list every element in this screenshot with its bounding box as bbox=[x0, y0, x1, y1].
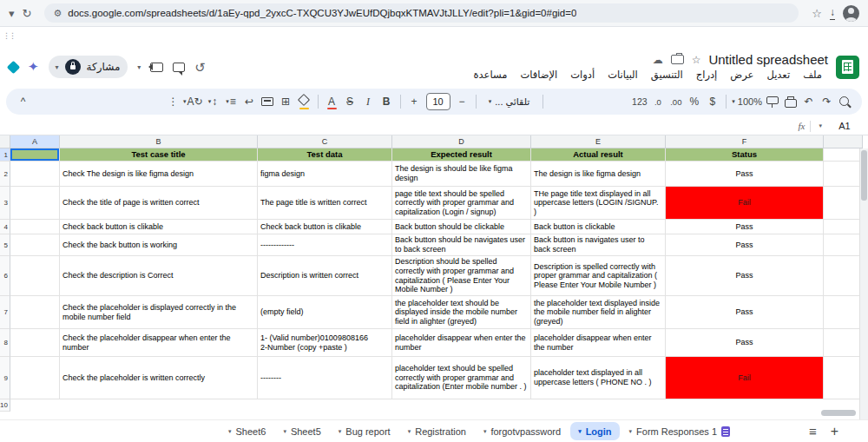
row-header-10[interactable]: 10 bbox=[0, 399, 10, 412]
menu-item-8[interactable]: مساعدة bbox=[468, 68, 514, 82]
cell-B4[interactable]: Check back button is clikable bbox=[60, 220, 258, 234]
more-options-icon[interactable]: ⋮ bbox=[165, 92, 181, 111]
row-header-4[interactable]: 4 bbox=[0, 220, 10, 234]
cell-G5[interactable] bbox=[824, 234, 863, 256]
cell-D3[interactable]: page title text should be spelled correc… bbox=[392, 187, 531, 220]
cell-F5[interactable]: Pass bbox=[666, 234, 824, 256]
decrease-font-size-icon[interactable]: − bbox=[454, 92, 470, 111]
reload-icon[interactable]: ↻ bbox=[23, 8, 32, 19]
strikethrough-icon[interactable]: S bbox=[342, 92, 358, 111]
menu-item-2[interactable]: عرض bbox=[724, 68, 760, 82]
cell-F4[interactable]: Pass bbox=[666, 220, 824, 234]
cell-E9[interactable]: placeholder text displayed in all upperc… bbox=[531, 357, 666, 399]
column-header-B[interactable]: B bbox=[60, 135, 258, 148]
cell-C7[interactable]: (empty field) bbox=[258, 296, 392, 329]
cell-D8[interactable]: placeholder disappear when enter the num… bbox=[392, 329, 531, 357]
cell-A6[interactable] bbox=[10, 256, 60, 296]
vertical-scrollbar-thumb[interactable] bbox=[861, 150, 867, 201]
cell-C8[interactable]: 1- (Valid number)01009808166 2-Number (c… bbox=[258, 329, 392, 357]
cell-B3[interactable]: Check the title of page is written corre… bbox=[60, 187, 258, 220]
bold-icon[interactable]: B bbox=[378, 92, 395, 111]
cell-D9[interactable]: placeholder text should be spelled corre… bbox=[392, 357, 531, 399]
cell-C9[interactable]: -------- bbox=[258, 357, 392, 399]
tab-sheet6[interactable]: ▾Sheet6 bbox=[220, 422, 273, 440]
font-family-select[interactable]: ▾ تلقائي ... bbox=[482, 96, 537, 108]
cell-E2[interactable]: The design is like figma design bbox=[531, 162, 666, 187]
cell-G1[interactable] bbox=[824, 148, 863, 162]
increase-font-size-icon[interactable]: + bbox=[406, 92, 423, 111]
tab-caret-icon[interactable]: ▾ bbox=[283, 428, 286, 435]
tab-caret-icon[interactable]: ▾ bbox=[578, 428, 582, 435]
cell-row10-area[interactable] bbox=[10, 399, 863, 412]
column-header-D[interactable]: D bbox=[392, 135, 531, 148]
cell-A4[interactable] bbox=[10, 220, 60, 234]
currency-format-icon[interactable]: $ bbox=[704, 92, 720, 111]
menu-item-5[interactable]: البيانات bbox=[602, 68, 644, 82]
cell-A1[interactable] bbox=[10, 148, 60, 162]
row-header-8[interactable]: 8 bbox=[0, 329, 10, 357]
all-sheets-icon[interactable]: ≡ bbox=[802, 425, 824, 438]
meet-camera-icon[interactable] bbox=[150, 63, 163, 72]
column-header-E[interactable]: E bbox=[531, 135, 666, 148]
cell-F8[interactable]: Pass bbox=[666, 329, 824, 357]
menu-item-0[interactable]: ملف bbox=[797, 68, 828, 82]
undo-icon[interactable]: ↶ bbox=[800, 92, 817, 111]
cell-A5[interactable] bbox=[10, 234, 60, 256]
row-header-5[interactable]: 5 bbox=[0, 234, 10, 256]
add-sheet-icon[interactable]: + bbox=[824, 425, 845, 439]
tab-registration[interactable]: ▾Registration bbox=[400, 422, 474, 440]
cell-G2[interactable] bbox=[824, 162, 863, 187]
address-bar[interactable]: ⚙ docs.google.com/spreadsheets/d/1aEy-qp… bbox=[44, 3, 799, 23]
cell-D5[interactable]: Back button should be navigates user to … bbox=[392, 234, 531, 256]
decrease-decimals-icon[interactable]: .0 bbox=[649, 92, 666, 111]
vertical-align-icon[interactable]: ▾↕ bbox=[205, 92, 221, 111]
tab-caret-icon[interactable]: ▾ bbox=[408, 428, 411, 435]
name-box-caret-icon[interactable]: ▾ bbox=[819, 122, 822, 129]
text-rotation-icon[interactable]: ▾A↻ bbox=[183, 92, 203, 111]
profile-avatar[interactable] bbox=[843, 5, 859, 22]
cell-F1[interactable]: Status bbox=[666, 148, 824, 162]
share-button[interactable]: مشاركة ▾ bbox=[49, 56, 128, 78]
row-header-6[interactable]: 6 bbox=[0, 256, 10, 296]
cell-D6[interactable]: Description should be spelled correctly … bbox=[392, 256, 531, 296]
print-icon[interactable] bbox=[782, 92, 799, 111]
cell-D7[interactable]: the placeholder text should be displayed… bbox=[392, 296, 531, 329]
horizontal-align-icon[interactable]: ▾≡ bbox=[223, 92, 240, 111]
menu-item-4[interactable]: التنسيق bbox=[645, 68, 689, 82]
tab-login[interactable]: ▾Login bbox=[570, 422, 619, 440]
download-icon[interactable]: ↓ bbox=[830, 6, 835, 20]
cell-A2[interactable] bbox=[10, 162, 60, 187]
cell-D2[interactable]: The design is should be like figma desig… bbox=[392, 162, 531, 187]
borders-icon[interactable]: ⊞ bbox=[278, 92, 294, 111]
cell-G9[interactable] bbox=[824, 357, 863, 399]
text-wrap-icon[interactable]: ↩ bbox=[241, 92, 258, 111]
font-size-box[interactable]: 10 bbox=[426, 93, 450, 110]
cell-E6[interactable]: Description is spelled correctly with pr… bbox=[531, 256, 666, 296]
cell-F9[interactable]: Fail bbox=[666, 357, 824, 399]
cell-B2[interactable]: Check The design is like figma design bbox=[60, 162, 258, 187]
redo-icon[interactable]: ↷ bbox=[819, 92, 835, 111]
column-header-C[interactable]: C bbox=[258, 135, 392, 148]
menu-item-1[interactable]: تعديل bbox=[760, 68, 796, 82]
cell-B6[interactable]: Check the description is Correct bbox=[60, 256, 258, 296]
cell-C6[interactable]: Description is written correct bbox=[258, 256, 392, 296]
cell-F6[interactable]: Pass bbox=[666, 256, 824, 296]
row-header-7[interactable]: 7 bbox=[0, 296, 10, 329]
cell-C5[interactable]: ------------- bbox=[258, 234, 392, 256]
browser-menu-caret-icon[interactable]: ▾ bbox=[9, 8, 15, 19]
cell-C3[interactable]: The page title is written correct bbox=[258, 187, 392, 220]
select-all-corner[interactable] bbox=[0, 135, 10, 148]
row-header-1[interactable]: 1 bbox=[0, 148, 10, 162]
merge-cells-icon[interactable] bbox=[260, 92, 276, 111]
horizontal-scrollbar[interactable] bbox=[821, 410, 856, 416]
cell-D4[interactable]: Back button should be clickable bbox=[392, 220, 531, 234]
cell-C4[interactable]: Check back button is clikable bbox=[258, 220, 392, 234]
tab-forgotvpassword[interactable]: ▾forgotvpassword bbox=[476, 422, 569, 440]
cell-G3[interactable] bbox=[824, 187, 863, 220]
number-format-icon[interactable]: 123 bbox=[631, 92, 648, 111]
extension-diamond-icon[interactable] bbox=[7, 60, 21, 74]
cell-E4[interactable]: Back button is clickable bbox=[531, 220, 666, 234]
menu-item-6[interactable]: أدوات bbox=[564, 68, 601, 82]
fill-color-icon[interactable] bbox=[296, 92, 312, 111]
text-color-icon[interactable]: A bbox=[324, 92, 340, 111]
